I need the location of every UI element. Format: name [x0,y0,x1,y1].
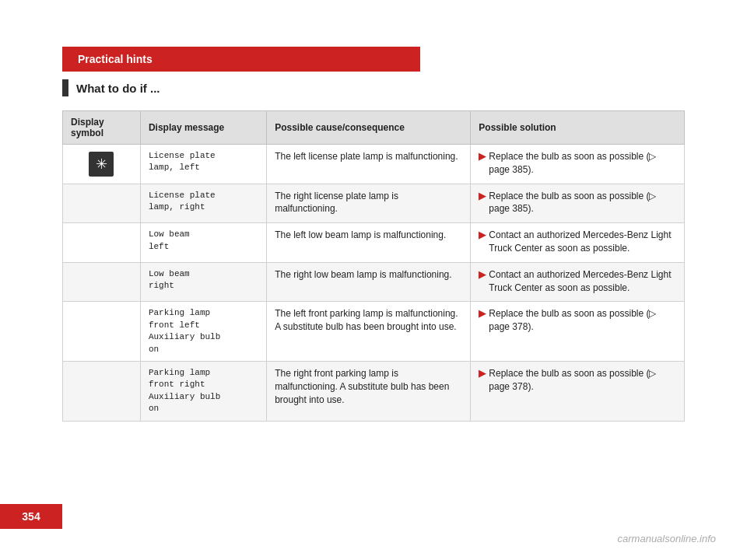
solution-text: Replace the bulb as soon as possible (▷ … [489,367,676,394]
arrow-icon: ▶ [479,150,486,163]
table-row: Parking lampfront rightAuxiliary bulbonT… [63,361,685,421]
arrow-icon: ▶ [479,190,486,203]
arrow-icon: ▶ [479,229,486,242]
solution-text: Replace the bulb as soon as possible (▷ … [489,190,676,216]
arrow-icon: ▶ [479,268,486,282]
message-cell: Low beamleft [140,223,266,263]
symbol-cell [63,361,141,421]
solution-text: Replace the bulb as soon as possible (▷ … [489,307,676,334]
watermark: carmanualsonline.info [618,533,716,544]
message-cell: License platelamp, right [140,184,266,223]
solution-text: Replace the bulb as soon as possible (▷ … [489,150,676,177]
section-header: Practical hints [62,47,420,72]
table-row: Low beamrightThe right low beam lamp is … [63,262,685,302]
col-header-cause: Possible cause/consequence [267,111,471,145]
cause-cell: The right front parking lamp is malfunct… [267,361,471,421]
solution-cell: ▶Replace the bulb as soon as possible (▷… [471,184,685,223]
cause-cell: The left low beam lamp is malfunctioning… [267,223,471,263]
section-title: Practical hints [78,53,153,65]
message-cell: License platelamp, left [140,145,266,184]
symbol-cell [63,302,141,362]
subsection-header: What to do if ... [62,79,747,96]
message-cell: Parking lampfront rightAuxiliary bulbon [140,361,266,421]
solution-cell: ▶Replace the bulb as soon as possible (▷… [471,302,685,362]
main-table: Display symbol Display message Possible … [62,110,685,422]
subsection-bar [62,79,68,96]
message-cell: Low beamright [140,262,266,302]
solution-text: Contact an authorized Mercedes-Benz Ligh… [489,268,676,295]
cause-cell: The left license plate lamp is malfuncti… [267,145,471,184]
table-row: Low beamleftThe left low beam lamp is ma… [63,223,685,263]
solution-cell: ▶Contact an authorized Mercedes-Benz Lig… [471,262,685,302]
symbol-cell [63,223,141,263]
arrow-icon: ▶ [479,307,486,320]
cause-cell: The right license plate lamp is malfunct… [267,184,471,223]
bulb-icon: ✳ [89,152,114,177]
solution-text: Contact an authorized Mercedes-Benz Ligh… [489,229,676,255]
arrow-icon: ▶ [479,367,486,380]
cause-cell: The left front parking lamp is malfuncti… [267,302,471,362]
solution-cell: ▶Contact an authorized Mercedes-Benz Lig… [471,223,685,263]
symbol-cell [63,262,141,302]
table-row: License platelamp, rightThe right licens… [63,184,685,223]
table-container: Display symbol Display message Possible … [62,110,685,422]
symbol-cell [63,184,141,223]
subsection-title: What to do if ... [76,82,160,95]
table-row: ✳License platelamp, leftThe left license… [63,145,685,184]
cause-cell: The right low beam lamp is malfunctionin… [267,262,471,302]
page-badge: 354 [0,504,62,529]
table-row: Parking lampfront leftAuxiliary bulbonTh… [63,302,685,362]
solution-cell: ▶Replace the bulb as soon as possible (▷… [471,361,685,421]
col-header-symbol: Display symbol [63,111,141,145]
col-header-message: Display message [140,111,266,145]
col-header-solution: Possible solution [471,111,685,145]
solution-cell: ▶Replace the bulb as soon as possible (▷… [471,145,685,184]
message-cell: Parking lampfront leftAuxiliary bulbon [140,302,266,362]
symbol-cell: ✳ [63,145,141,184]
